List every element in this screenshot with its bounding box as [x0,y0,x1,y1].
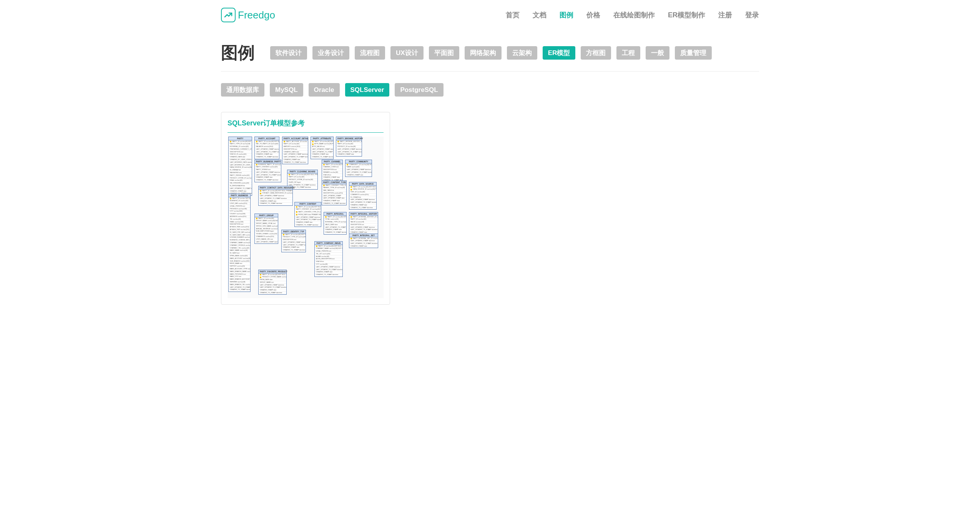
er-table-row: ALEAN varchar(40) [315,255,342,258]
er-table-19: PARTY_COMPANY_INDUSPARTY_ID varchar(40) … [314,241,343,277]
er-table-header: PARTY_BROWSE_HISTORY [336,137,362,140]
er-table-row: LAST_UPDATED_STAMP datetime [311,148,333,151]
nav-item-2[interactable]: 图例 [560,10,573,20]
er-table-row: COMMUNITY_ID varchar(40) NOT NULL PRIMAR… [345,163,372,166]
er-table-row: PARTY_ID varchar NOT NULL PRIMARY [229,197,250,200]
er-table-row: CREATED_STAMP date [259,289,286,292]
er-table-row: BANK_PROVINCE text [229,273,250,276]
category-tag-1[interactable]: 业务设计 [312,46,349,60]
er-table-row: ATTACH_ONE varchar(255) [229,226,250,229]
er-table-row: LAST_UPDATED_STAMP datetime [295,216,321,219]
er-table-row: PARTY_BROWSE_HISTORY_ID varchar(40) NULL… [336,140,362,143]
er-table-row: BANK_BRANCH_TEL varchar(40) [229,284,250,286]
er-table-row: PRODUCT_ID varchar(40) [336,146,362,148]
subcategory-tag-3[interactable]: SQLServer [345,83,390,97]
er-table-row: PARTY_ID varchar(40) NOT NULL PRIMARY KE… [324,216,346,218]
er-table-row: FINAL varchar(40) [229,180,252,182]
er-table-row: CREATED_BY_USER_LOGIN varchar(255) [229,159,252,162]
key-icon [350,238,352,239]
subcategory-tag-2[interactable]: Oracle [309,83,340,97]
er-table-row: CREATED_STAMP date [282,247,306,249]
category-tag-8[interactable]: 方框图 [581,46,611,60]
card-title: SQLServer订单模型参考 [228,118,384,133]
er-table-row: LAST_UPDATED_TX_STAMP datetime [259,197,292,200]
er-table-row: LAST_MODIFIED_BY_USER_LOGIN varchar [229,164,252,167]
er-table-row: PARTY_ACCOUNT_ID varchar NOT NULL PRIMAR… [282,140,308,143]
category-tag-7[interactable]: ER模型 [543,46,576,60]
er-table-row: PARTY_STRING text [255,169,281,172]
er-table-header: PARTY_CONTENT_TYPE [322,181,346,184]
er-table-row: PARTY_ORIGIN varchar(40) [229,174,252,177]
key-icon [337,141,339,142]
er-table-row: TICKER_SYMBOL varchar(10) [255,233,278,236]
nav-item-3[interactable]: 价格 [586,10,600,20]
er-table-header: PARTY_CLEARING_BOARD [287,170,317,173]
er-table-row: REFEREE varchar(40) [229,281,250,284]
key-icon [260,277,261,278]
er-table-row: CREATED_STAMP date [255,153,279,156]
er-table-row: DESCRIPTION varchar(255) [322,192,346,195]
nav-item-0[interactable]: 首页 [506,10,520,20]
logo[interactable]: Freedgo [221,8,275,22]
er-table-row: CREATED_TX_STAMP datetime [255,179,281,182]
er-table-header: PARTY_COMPANY_INDUS [315,242,342,245]
er-table-row: CREATED_STAMP date [311,153,333,156]
subcategory-tag-0[interactable]: 通用数据库 [221,83,264,97]
er-table-row: DESCRIPTION text [322,169,342,172]
er-table-row: PARTY_CONTENT_ID varchar(40) NOT NULL [295,208,321,211]
er-table-row: BUSINESS_LICENSE_IMG varchar [229,239,250,242]
category-tag-6[interactable]: 云架构 [507,46,537,60]
er-table-row: PASSWORD text [229,172,252,175]
er-table-row: OFFICE_SITE_NAME varchar(255) [255,225,278,228]
er-table-5: PARTY_BUSINESS_PARTYBUSINESS_PARTY_ID va… [254,160,281,182]
category-tag-10[interactable]: 一般 [646,46,669,60]
category-tag-11[interactable]: 质量管理 [675,46,712,60]
nav-item-7[interactable]: 登录 [745,10,759,20]
er-table-row: ADDRESS varchar(255) [229,216,250,218]
subcategory-tag-4[interactable]: PostgreSQL [395,83,443,97]
category-tag-9[interactable]: 工程 [616,46,640,60]
subcategory-tag-1[interactable]: MySQL [270,83,303,97]
category-tag-3[interactable]: UX设计 [390,46,424,60]
er-table-header: PARTY_DATA_SOURCE [349,182,376,186]
er-table-row: VALUE numeric(18) [349,221,378,224]
nav-item-1[interactable]: 文档 [533,10,546,20]
key-icon [347,164,348,165]
er-table-header: PARTY_ACCOUNT_DETAIL [282,137,308,140]
key-icon [260,193,261,194]
er-table-row: DEPOSIT varchar(40) [229,265,250,268]
er-table-row: AMOUNT numeric(18,6) [282,146,308,148]
er-table-row: CREATED_STAMP date [322,200,346,203]
template-card-0[interactable]: SQLServer订单模型参考PARTYPARTY_ID varchar(40)… [221,112,390,305]
key-icon [296,214,297,215]
header: Freedgo 首页文档图例价格在线绘图制作ER模型制作注册登录 [221,0,759,30]
er-table-row: PROVINCE varchar(100) [229,208,250,210]
er-table-row: CREATED_STAMP date [349,245,378,248]
er-table-header: PARTY_COMMUNITY [345,160,372,163]
er-table-12: PARTY_BUSINESSPARTY_ID varchar NOT NULL … [228,193,251,292]
er-table-0: PARTYPARTY_ID varchar(40) NOT NULL PRIMA… [228,137,252,196]
nav-item-6[interactable]: 注册 [718,10,732,20]
er-table-row: ID_CARD_BACK_IMG varchar(255) [229,234,250,237]
er-table-2: PARTY_ACCOUNT_DETAILPARTY_ACCOUNT_ID var… [282,137,308,164]
er-table-row: LAST_UPDATED_TX_STAMP datetime [259,287,286,289]
er-table-row: PARTY_ID varchar(40) NOT NULL PRIMARY KE… [311,140,333,143]
er-table-row: PARTY_ID varchar(40) NOT NULL PRIMARY KE… [255,140,279,143]
er-table-row: LAST_UPDATED_STAMP datetime [255,171,281,174]
category-tag-4[interactable]: 平面图 [429,46,459,60]
er-table-header: PARTY_ACCOUNT [255,137,279,140]
er-table-row: PRODUCT_STORE_ID varchar(40) [287,179,317,182]
er-table-6: PARTY_CHANNELPARTY_ID varchar(40) PRIMAR… [322,160,343,182]
nav-item-5[interactable]: ER模型制作 [668,10,705,20]
nav-item-4[interactable]: 在线绘图制作 [613,10,655,20]
category-tag-0[interactable]: 软件设计 [270,46,307,60]
er-table-row: BUSINESS_ID varchar(40) [229,200,250,203]
er-table-row: CREATED_STAMP date [255,177,281,179]
er-table-row: PARTY_ID varchar(40) [287,176,317,179]
er-table-20: PARTY_FAVORITE_PRODUCTPARTY_ID varchar(4… [258,270,287,295]
er-table-row: PARTY_ID varchar(40) [282,143,308,146]
category-tag-5[interactable]: 网络架构 [465,46,502,60]
er-table-row: ANNUAL_REVENUE numeric(18,6) [255,228,278,230]
category-tag-2[interactable]: 流程图 [355,46,385,60]
er-table-row: LAST_UPDATED_STAMP datetime [315,266,342,269]
